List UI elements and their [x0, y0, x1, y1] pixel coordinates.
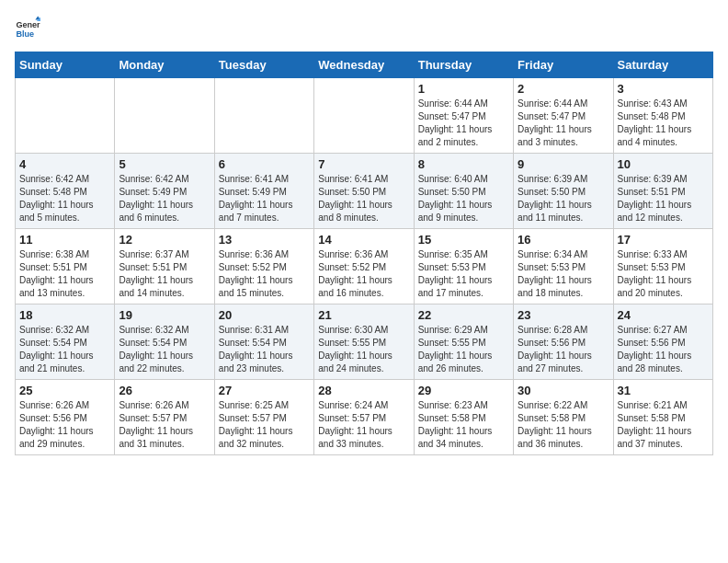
calendar-cell: 29Sunrise: 6:23 AM Sunset: 5:58 PM Dayli… — [414, 380, 513, 455]
day-info: Sunrise: 6:41 AM Sunset: 5:49 PM Dayligh… — [219, 173, 310, 224]
day-number: 6 — [219, 157, 310, 171]
weekday-header-saturday: Saturday — [613, 52, 712, 78]
day-info: Sunrise: 6:26 AM Sunset: 5:56 PM Dayligh… — [19, 399, 110, 451]
calendar-cell: 30Sunrise: 6:22 AM Sunset: 5:58 PM Dayli… — [514, 380, 613, 455]
calendar-week-5: 25Sunrise: 6:26 AM Sunset: 5:56 PM Dayli… — [16, 380, 713, 455]
day-info: Sunrise: 6:21 AM Sunset: 5:58 PM Dayligh… — [618, 399, 709, 451]
day-number: 31 — [618, 384, 709, 397]
calendar-cell: 27Sunrise: 6:25 AM Sunset: 5:57 PM Dayli… — [214, 380, 313, 455]
day-info: Sunrise: 6:29 AM Sunset: 5:55 PM Dayligh… — [418, 324, 509, 375]
calendar-cell: 15Sunrise: 6:35 AM Sunset: 5:53 PM Dayli… — [414, 229, 513, 304]
day-info: Sunrise: 6:37 AM Sunset: 5:51 PM Dayligh… — [119, 248, 210, 300]
calendar-cell — [115, 78, 214, 154]
day-info: Sunrise: 6:42 AM Sunset: 5:48 PM Dayligh… — [19, 173, 110, 224]
day-info: Sunrise: 6:38 AM Sunset: 5:51 PM Dayligh… — [19, 248, 110, 300]
calendar-cell: 2Sunrise: 6:44 AM Sunset: 5:47 PM Daylig… — [514, 78, 613, 154]
day-number: 1 — [418, 82, 509, 96]
calendar-cell: 8Sunrise: 6:40 AM Sunset: 5:50 PM Daylig… — [414, 154, 513, 229]
day-info: Sunrise: 6:44 AM Sunset: 5:47 PM Dayligh… — [418, 98, 509, 149]
day-number: 30 — [518, 384, 609, 397]
calendar-cell: 3Sunrise: 6:43 AM Sunset: 5:48 PM Daylig… — [613, 78, 712, 154]
day-number: 7 — [318, 157, 409, 171]
calendar-cell — [16, 78, 115, 154]
calendar-cell: 14Sunrise: 6:36 AM Sunset: 5:52 PM Dayli… — [314, 229, 414, 304]
calendar-cell: 16Sunrise: 6:34 AM Sunset: 5:53 PM Dayli… — [514, 229, 613, 304]
day-info: Sunrise: 6:34 AM Sunset: 5:53 PM Dayligh… — [518, 248, 609, 300]
day-number: 25 — [19, 384, 110, 397]
weekday-header-monday: Monday — [115, 52, 214, 78]
day-info: Sunrise: 6:24 AM Sunset: 5:57 PM Dayligh… — [318, 399, 409, 451]
day-info: Sunrise: 6:33 AM Sunset: 5:53 PM Dayligh… — [618, 248, 709, 300]
weekday-header-sunday: Sunday — [16, 52, 115, 78]
day-number: 4 — [19, 157, 110, 171]
weekday-header-thursday: Thursday — [414, 52, 513, 78]
day-info: Sunrise: 6:40 AM Sunset: 5:50 PM Dayligh… — [418, 173, 509, 224]
svg-text:Blue: Blue — [16, 29, 34, 39]
calendar-cell: 13Sunrise: 6:36 AM Sunset: 5:52 PM Dayli… — [214, 229, 313, 304]
day-number: 29 — [418, 384, 509, 397]
day-number: 26 — [119, 384, 210, 397]
weekday-header-tuesday: Tuesday — [214, 52, 313, 78]
day-number: 28 — [318, 384, 409, 397]
calendar-week-1: 1Sunrise: 6:44 AM Sunset: 5:47 PM Daylig… — [16, 78, 713, 154]
calendar-cell — [214, 78, 313, 154]
calendar-cell: 5Sunrise: 6:42 AM Sunset: 5:49 PM Daylig… — [115, 154, 214, 229]
day-number: 5 — [119, 157, 210, 171]
calendar-cell: 23Sunrise: 6:28 AM Sunset: 5:56 PM Dayli… — [514, 304, 613, 380]
calendar-cell: 28Sunrise: 6:24 AM Sunset: 5:57 PM Dayli… — [314, 380, 414, 455]
day-info: Sunrise: 6:35 AM Sunset: 5:53 PM Dayligh… — [418, 248, 509, 300]
day-number: 17 — [618, 233, 709, 247]
day-info: Sunrise: 6:44 AM Sunset: 5:47 PM Dayligh… — [518, 98, 609, 149]
day-number: 8 — [418, 157, 509, 171]
day-number: 23 — [518, 308, 609, 322]
calendar-cell: 21Sunrise: 6:30 AM Sunset: 5:55 PM Dayli… — [314, 304, 414, 380]
day-number: 18 — [19, 308, 110, 322]
day-number: 24 — [618, 308, 709, 322]
day-number: 15 — [418, 233, 509, 247]
calendar-cell: 10Sunrise: 6:39 AM Sunset: 5:51 PM Dayli… — [613, 154, 712, 229]
day-number: 9 — [518, 157, 609, 171]
day-info: Sunrise: 6:39 AM Sunset: 5:50 PM Dayligh… — [518, 173, 609, 224]
calendar-cell: 11Sunrise: 6:38 AM Sunset: 5:51 PM Dayli… — [16, 229, 115, 304]
calendar-cell: 24Sunrise: 6:27 AM Sunset: 5:56 PM Dayli… — [613, 304, 712, 380]
weekday-header-friday: Friday — [514, 52, 613, 78]
calendar-cell: 20Sunrise: 6:31 AM Sunset: 5:54 PM Dayli… — [214, 304, 313, 380]
logo-icon: General Blue — [15, 15, 40, 40]
day-number: 11 — [19, 233, 110, 247]
day-number: 19 — [119, 308, 210, 322]
calendar-cell: 26Sunrise: 6:26 AM Sunset: 5:57 PM Dayli… — [115, 380, 214, 455]
calendar-cell: 22Sunrise: 6:29 AM Sunset: 5:55 PM Dayli… — [414, 304, 513, 380]
day-info: Sunrise: 6:22 AM Sunset: 5:58 PM Dayligh… — [518, 399, 609, 451]
calendar-cell: 4Sunrise: 6:42 AM Sunset: 5:48 PM Daylig… — [16, 154, 115, 229]
day-info: Sunrise: 6:41 AM Sunset: 5:50 PM Dayligh… — [318, 173, 409, 224]
logo: General Blue — [15, 15, 44, 40]
calendar-week-2: 4Sunrise: 6:42 AM Sunset: 5:48 PM Daylig… — [16, 154, 713, 229]
calendar-week-4: 18Sunrise: 6:32 AM Sunset: 5:54 PM Dayli… — [16, 304, 713, 380]
day-info: Sunrise: 6:32 AM Sunset: 5:54 PM Dayligh… — [119, 324, 210, 375]
calendar-cell: 31Sunrise: 6:21 AM Sunset: 5:58 PM Dayli… — [613, 380, 712, 455]
day-info: Sunrise: 6:31 AM Sunset: 5:54 PM Dayligh… — [219, 324, 310, 375]
calendar-cell: 25Sunrise: 6:26 AM Sunset: 5:56 PM Dayli… — [16, 380, 115, 455]
day-info: Sunrise: 6:39 AM Sunset: 5:51 PM Dayligh… — [618, 173, 709, 224]
day-number: 27 — [219, 384, 310, 397]
calendar-week-3: 11Sunrise: 6:38 AM Sunset: 5:51 PM Dayli… — [16, 229, 713, 304]
day-info: Sunrise: 6:30 AM Sunset: 5:55 PM Dayligh… — [318, 324, 409, 375]
day-info: Sunrise: 6:28 AM Sunset: 5:56 PM Dayligh… — [518, 324, 609, 375]
day-number: 14 — [318, 233, 409, 247]
day-info: Sunrise: 6:43 AM Sunset: 5:48 PM Dayligh… — [618, 98, 709, 149]
svg-text:General: General — [16, 20, 40, 29]
day-number: 21 — [318, 308, 409, 322]
calendar-cell: 18Sunrise: 6:32 AM Sunset: 5:54 PM Dayli… — [16, 304, 115, 380]
calendar-header-row: SundayMondayTuesdayWednesdayThursdayFrid… — [16, 52, 713, 78]
page-header: General Blue — [15, 15, 713, 40]
day-info: Sunrise: 6:23 AM Sunset: 5:58 PM Dayligh… — [418, 399, 509, 451]
calendar-cell: 12Sunrise: 6:37 AM Sunset: 5:51 PM Dayli… — [115, 229, 214, 304]
calendar-cell: 9Sunrise: 6:39 AM Sunset: 5:50 PM Daylig… — [514, 154, 613, 229]
day-number: 3 — [618, 82, 709, 96]
calendar-cell: 7Sunrise: 6:41 AM Sunset: 5:50 PM Daylig… — [314, 154, 414, 229]
calendar-cell: 6Sunrise: 6:41 AM Sunset: 5:49 PM Daylig… — [214, 154, 313, 229]
day-number: 16 — [518, 233, 609, 247]
calendar-cell: 1Sunrise: 6:44 AM Sunset: 5:47 PM Daylig… — [414, 78, 513, 154]
day-info: Sunrise: 6:42 AM Sunset: 5:49 PM Dayligh… — [119, 173, 210, 224]
day-number: 2 — [518, 82, 609, 96]
